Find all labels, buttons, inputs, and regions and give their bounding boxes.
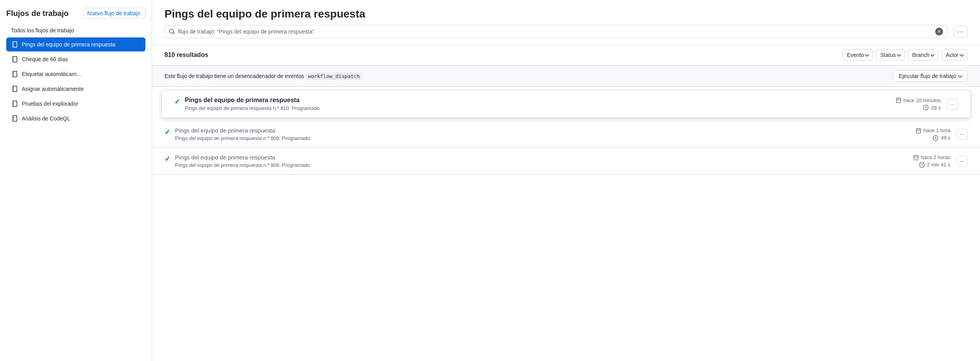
sidebar-all-workflows[interactable]: Todos los flujos de trabajo <box>6 25 145 36</box>
run-duration-value: 49 s <box>941 135 950 141</box>
run-right-run2: hace 1 hora 49 s ··· <box>916 127 968 141</box>
clock-icon <box>919 162 925 168</box>
sidebar-item-label: Asignar automáticamente <box>22 86 84 92</box>
filter-label-branch: Branch <box>912 52 929 58</box>
sidebar-item-label: Pings del equipo de primera respuesta <box>22 41 115 48</box>
dispatch-text: Este flujo de trabajo tiene un desencade… <box>165 73 362 79</box>
search-clear-button[interactable]: ✕ <box>935 28 943 35</box>
search-more-button[interactable]: ··· <box>953 26 968 38</box>
workflow-icon <box>11 115 19 122</box>
run-left-run2: ✓ Pings del equipo de primera respuesta … <box>165 127 310 141</box>
search-icon <box>169 28 175 35</box>
dispatch-code: workflow_dispatch <box>306 73 362 80</box>
filter-buttons: EventoStatusBranchActor <box>843 50 968 60</box>
run-time-value: hace 2 horas <box>921 154 950 160</box>
search-input[interactable] <box>178 28 932 35</box>
runs-list: ✓ Pings del equipo de primera respuesta … <box>152 90 980 175</box>
run-more-button[interactable]: ··· <box>957 156 968 166</box>
chevron-down-icon <box>930 52 935 57</box>
workflow-icon <box>11 100 19 108</box>
search-bar: ✕ <box>165 25 947 38</box>
filter-btn-status[interactable]: Status <box>876 50 905 60</box>
calendar-icon <box>916 128 921 133</box>
sidebar-item-pings[interactable]: Pings del equipo de primera respuesta <box>6 37 145 51</box>
workflow-icon <box>11 41 19 48</box>
run-duration: 29 s <box>923 105 941 111</box>
run-info: Pings del equipo de primera respuesta Pi… <box>175 154 310 168</box>
run-more-button[interactable]: ··· <box>957 129 968 140</box>
filter-label-status: Status <box>880 52 896 58</box>
filter-btn-actor[interactable]: Actor <box>941 50 968 60</box>
run-subtitle: Pings del equipo de primera respuesta n.… <box>185 105 320 111</box>
sidebar-item-codeql[interactable]: Análisis de CodeQL <box>6 111 145 126</box>
sidebar-item-label: Pruebas del explorador <box>22 101 78 107</box>
results-toolbar: 810 resultados EventoStatusBranchActor <box>152 45 980 65</box>
filter-btn-evento[interactable]: Evento <box>843 50 873 60</box>
run-time: hace 2 horas <box>913 154 950 160</box>
table-row[interactable]: ✓ Pings del equipo de primera respuesta … <box>152 121 980 148</box>
run-meta: hace 1 hora 49 s <box>916 127 950 141</box>
run-time-value: hace 20 minutos <box>904 97 941 103</box>
sidebar: Flujos de trabajo Nuevo flujo de trabajo… <box>0 0 152 361</box>
run-left-run1: ✓ Pings del equipo de primera respuesta … <box>174 97 320 111</box>
run-right-run3: hace 2 horas 2 min 41 s ··· <box>913 154 968 168</box>
run-time: hace 1 hora <box>916 127 950 133</box>
filter-label-actor: Actor <box>946 52 959 58</box>
run-subtitle: Pings del equipo de primera respuesta n.… <box>175 162 310 168</box>
run-time: hace 20 minutos <box>896 97 941 103</box>
sidebar-item-pruebas[interactable]: Pruebas del explorador <box>6 97 145 111</box>
chevron-down-icon <box>865 52 869 57</box>
filter-btn-branch[interactable]: Branch <box>908 50 938 60</box>
page-title: Pings del equipo de primera respuesta <box>165 8 968 20</box>
workflow-icon <box>11 55 19 63</box>
table-row[interactable]: ✓ Pings del equipo de primera respuesta … <box>152 148 980 175</box>
new-workflow-button[interactable]: Nuevo flujo de trabajo <box>82 8 145 19</box>
run-duration-value: 2 min 41 s <box>927 162 950 168</box>
sidebar-header: Flujos de trabajo Nuevo flujo de trabajo <box>6 8 145 19</box>
chevron-down-icon <box>959 52 964 57</box>
sidebar-item-asignar[interactable]: Asignar automáticamente <box>6 82 145 96</box>
run-status-icon: ✓ <box>165 154 170 163</box>
sidebar-nav: Pings del equipo de primera respuesta Ch… <box>6 37 145 126</box>
run-title: Pings del equipo de primera respuesta <box>175 127 310 134</box>
sidebar-item-label: Cheque de 60 días <box>22 56 68 62</box>
run-right-run1: hace 20 minutos 29 s ··· <box>896 97 958 111</box>
workflow-icon <box>11 70 19 78</box>
calendar-icon <box>896 97 901 103</box>
run-duration-value: 29 s <box>931 105 941 111</box>
run-duration: 2 min 41 s <box>919 162 950 168</box>
run-left-run3: ✓ Pings del equipo de primera respuesta … <box>165 154 310 168</box>
run-info: Pings del equipo de primera respuesta Pi… <box>175 127 310 141</box>
sidebar-item-etiquetar[interactable]: Etiquetar automáticam... <box>6 67 145 81</box>
run-title: Pings del equipo de primera respuesta <box>175 154 310 161</box>
run-duration: 49 s <box>933 135 950 141</box>
run-meta: hace 20 minutos 29 s <box>896 97 941 111</box>
dispatch-banner: Este flujo de trabajo tiene un desencade… <box>152 65 980 87</box>
run-info: Pings del equipo de primera respuesta Pi… <box>185 97 320 111</box>
filter-label-evento: Evento <box>847 52 864 58</box>
main-header: Pings del equipo de primera respuesta ✕ … <box>152 0 980 45</box>
run-status-icon: ✓ <box>165 127 170 136</box>
table-row[interactable]: ✓ Pings del equipo de primera respuesta … <box>161 90 971 118</box>
run-more-button[interactable]: ··· <box>947 99 958 110</box>
run-status-icon: ✓ <box>174 97 180 106</box>
results-count: 810 resultados <box>165 51 208 58</box>
success-check-icon: ✓ <box>165 155 170 163</box>
sidebar-item-label: Análisis de CodeQL <box>22 115 70 122</box>
execute-workflow-button[interactable]: Ejecutar flujo de trabajo <box>893 70 968 82</box>
success-check-icon: ✓ <box>174 97 180 106</box>
search-bar-inner <box>169 28 932 35</box>
workflow-icon <box>11 85 19 93</box>
main-content: Pings del equipo de primera respuesta ✕ … <box>152 0 980 361</box>
run-time-value: hace 1 hora <box>923 127 950 133</box>
chevron-down-icon <box>897 52 901 57</box>
chevron-down-icon <box>958 73 962 78</box>
calendar-icon <box>913 155 919 160</box>
run-title: Pings del equipo de primera respuesta <box>185 97 320 104</box>
sidebar-item-label: Etiquetar automáticam... <box>22 71 81 77</box>
clock-icon <box>933 135 938 141</box>
sidebar-item-cheque[interactable]: Cheque de 60 días <box>6 52 145 66</box>
results-area: 810 resultados EventoStatusBranchActor E… <box>152 45 980 361</box>
run-subtitle: Pings del equipo de primera respuesta n.… <box>175 135 310 141</box>
sidebar-title: Flujos de trabajo <box>6 9 69 18</box>
